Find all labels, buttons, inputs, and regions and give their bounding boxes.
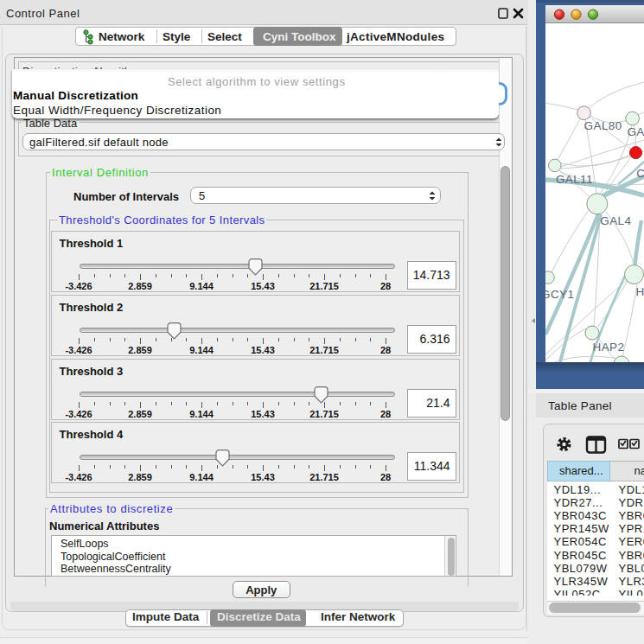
svg-text:GAL4: GAL4 — [627, 125, 644, 138]
svg-text:GAL11: GAL11 — [556, 173, 593, 186]
svg-text:HIS4: HIS4 — [636, 285, 644, 298]
svg-text:GCY1: GCY1 — [545, 288, 574, 301]
svg-text:CYC8: CYC8 — [636, 167, 644, 180]
svg-text:GAL80: GAL80 — [584, 119, 622, 132]
svg-text:HAP2: HAP2 — [593, 341, 625, 354]
svg-text:GAL4: GAL4 — [600, 214, 631, 227]
